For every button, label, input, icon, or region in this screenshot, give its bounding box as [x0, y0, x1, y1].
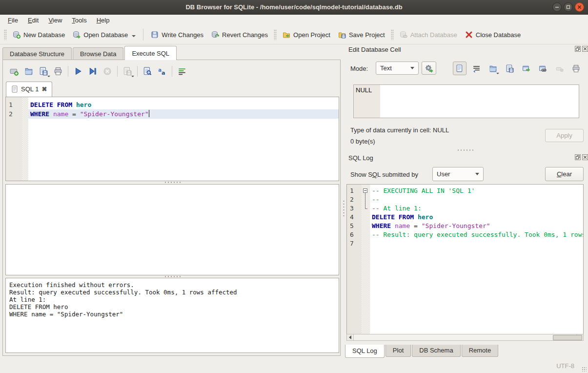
auto-switch-mode-button[interactable]: [422, 62, 436, 75]
write-changes-button[interactable]: Write Changes: [147, 28, 207, 41]
word-wrap-lines-button[interactable]: [175, 64, 189, 78]
editor-results-splitter[interactable]: [5, 181, 339, 184]
sql-editor-toolbar: aa: [7, 64, 189, 79]
window-resize-grip[interactable]: [582, 367, 587, 372]
window-controls: [552, 2, 584, 12]
dropdown-arrow-icon: [131, 76, 134, 77]
menu-tools[interactable]: Tools: [67, 16, 91, 25]
save-project-button[interactable]: Save Project: [334, 28, 389, 41]
line-number: 2: [9, 109, 22, 119]
auto-complete-button[interactable]: aa: [155, 64, 169, 78]
menu-edit[interactable]: Edit: [23, 16, 43, 25]
new-sql-tab-button[interactable]: [7, 64, 21, 78]
log-dock-title: SQL Log: [348, 154, 373, 162]
open-database-button[interactable]: Open Database: [69, 28, 140, 41]
log-filter-value: User: [437, 170, 450, 178]
line-number: 5: [350, 222, 362, 230]
export-data-button[interactable]: [503, 62, 516, 75]
open-sql-file-button[interactable]: [21, 64, 36, 78]
print-cell-button[interactable]: [569, 62, 583, 75]
cell-value: NULL: [356, 86, 372, 94]
import-data-button[interactable]: [486, 62, 500, 75]
sql-tab-close-icon[interactable]: ✖: [41, 85, 47, 93]
cell-type-text: Type of data currently in cell: NULL: [350, 126, 449, 134]
menu-file[interactable]: File: [3, 16, 23, 25]
tab-execute-sql[interactable]: Execute SQL: [124, 46, 177, 60]
log-dock-float-icon[interactable]: [575, 154, 581, 160]
copy-link-button[interactable]: [536, 62, 549, 75]
cell-log-splitter[interactable]: [346, 149, 584, 151]
fold-margin-cell: [362, 239, 370, 248]
log-filter-label: Show SQL submitted by: [350, 171, 418, 178]
bottom-tab-sql-log[interactable]: SQL Log: [345, 345, 385, 358]
open-external-button[interactable]: [519, 62, 533, 75]
clear-log-button[interactable]: Clear: [545, 167, 584, 181]
find-in-sql-button[interactable]: [140, 64, 155, 78]
menu-view[interactable]: View: [43, 16, 67, 25]
revert-changes-button[interactable]: Revert Changes: [207, 28, 272, 41]
editor-line: DELETE FROM hero: [28, 100, 339, 109]
sql-log-pane[interactable]: 1234567 -- EXECUTING ALL IN 'SQL 1'---- …: [346, 184, 584, 334]
sql-file-icon: [11, 85, 18, 93]
log-fold-margin: [362, 185, 370, 334]
tab-browse-data[interactable]: Browse Data: [73, 47, 123, 60]
results-table-pane: [5, 184, 339, 275]
fold-margin-cell: [362, 222, 370, 230]
dropdown-arrow-icon[interactable]: [132, 35, 136, 37]
log-line: -- Result: query executed successfully. …: [370, 230, 583, 239]
fold-marker[interactable]: [362, 186, 370, 195]
close-button[interactable]: [575, 2, 584, 12]
execute-current-line-icon: [88, 67, 97, 76]
toolbar-separator: [68, 66, 68, 77]
bottom-tab-remote[interactable]: Remote: [462, 345, 499, 357]
log-line: -- At line 1:: [370, 204, 583, 213]
print-icon: [54, 67, 62, 76]
log-dock-close-icon[interactable]: [582, 154, 588, 160]
tab-database-structure[interactable]: Database Structure: [2, 47, 72, 60]
encoding-indicator: UTF-8: [556, 362, 574, 370]
log-line: -- EXECUTING ALL IN 'SQL 1': [370, 186, 583, 195]
editor-text-area[interactable]: DELETE FROM heroWHERE name = "Spider-You…: [28, 97, 339, 181]
mode-select[interactable]: Text: [376, 62, 419, 75]
revert-changes-icon: [211, 31, 219, 39]
toolbar-separator: [137, 66, 138, 77]
execute-all-icon: [74, 67, 82, 76]
main-vertical-splitter[interactable]: [341, 60, 346, 356]
open-project-button[interactable]: Open Project: [279, 28, 334, 41]
scrollbar-thumb[interactable]: [553, 335, 582, 340]
sql-editor[interactable]: 12 DELETE FROM heroWHERE name = "Spider-…: [5, 97, 339, 181]
line-number: 4: [350, 213, 362, 222]
save-sql-file-button[interactable]: [36, 64, 51, 78]
toolbar-grip: [274, 29, 277, 40]
line-number: 2: [350, 195, 362, 204]
bottom-tab-plot[interactable]: Plot: [385, 345, 411, 357]
execute-current-line-button[interactable]: [85, 64, 100, 78]
cell-dock-close-icon[interactable]: [582, 46, 588, 52]
maximize-button[interactable]: [564, 2, 573, 12]
cell-dock-float-icon[interactable]: [575, 46, 581, 52]
log-text-area: -- EXECUTING ALL IN 'SQL 1'---- At line …: [370, 185, 583, 334]
text-mode-button[interactable]: [453, 62, 466, 75]
cell-dock-title: Edit Database Cell: [348, 46, 401, 53]
menu-help[interactable]: Help: [92, 16, 115, 25]
log-filter-select[interactable]: User: [432, 167, 484, 181]
sql-document-tab[interactable]: SQL 1 ✖: [6, 82, 52, 97]
word-wrap-icon: [472, 64, 481, 73]
apply-button[interactable]: Apply: [545, 129, 584, 142]
line-number: 6: [350, 230, 362, 239]
attach-database-button: Attach Database: [396, 28, 461, 41]
scroll-left-icon[interactable]: [347, 334, 354, 340]
print-button[interactable]: [51, 64, 65, 78]
cell-editor[interactable]: NULL: [353, 84, 579, 118]
new-database-button[interactable]: New Database: [9, 28, 69, 41]
open-external-icon: [522, 64, 530, 73]
minimize-button[interactable]: [552, 2, 562, 12]
log-line: WHERE name = "Spider-Youngster": [370, 222, 583, 230]
close-database-button[interactable]: Close Database: [461, 28, 525, 41]
bottom-tab-db-schema[interactable]: DB Schema: [412, 345, 460, 357]
dropdown-arrow-icon: [47, 76, 50, 77]
open-sql-file-icon: [24, 67, 33, 76]
execute-all-button[interactable]: [71, 64, 85, 78]
word-wrap-button[interactable]: [469, 62, 483, 75]
log-horizontal-scrollbar[interactable]: [346, 334, 584, 341]
